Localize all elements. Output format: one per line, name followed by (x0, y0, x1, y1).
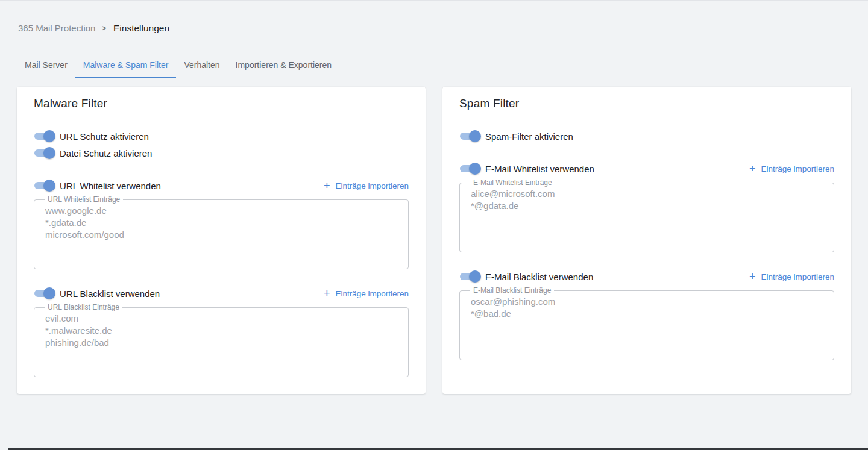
spam-filter-toggle[interactable] (459, 130, 481, 142)
url-whitelist-section: URL Whitelist verwenden + Einträge impor… (34, 177, 409, 269)
tab-malware-spam-filter[interactable]: Malware & Spam Filter (75, 54, 177, 78)
url-blacklist-toggle[interactable] (34, 287, 55, 299)
chevron-right-icon: > (102, 23, 106, 34)
malware-card-title: Malware Filter (34, 97, 409, 110)
toggle-thumb (43, 147, 55, 159)
settings-content: Malware Filter URL Schutz aktivieren Dat… (0, 87, 868, 394)
spam-card-header: Spam Filter (442, 87, 851, 120)
file-protection-label: Datei Schutz aktivieren (60, 148, 152, 158)
url-protection-row: URL Schutz aktivieren (34, 128, 409, 145)
plus-icon: + (749, 164, 756, 173)
malware-card-header: Malware Filter (17, 87, 426, 120)
spam-filter-label: Spam-Filter aktivieren (485, 131, 573, 142)
url-blacklist-label: URL Blacklist verwenden (60, 289, 160, 299)
tab-verhalten[interactable]: Verhalten (176, 54, 227, 78)
plus-icon: + (749, 272, 756, 281)
url-blacklist-head: URL Blacklist verwenden + Einträge impor… (34, 285, 409, 302)
url-whitelist-import-link[interactable]: + Einträge importieren (324, 181, 409, 190)
spam-card-body: Spam-Filter aktivieren E-Mail Whitelist … (442, 120, 851, 377)
toggle-thumb (43, 180, 55, 192)
email-blacklist-label: E-Mail Blacklist verwenden (485, 272, 593, 282)
import-link-label: Einträge importieren (335, 289, 409, 298)
tab-mail-server[interactable]: Mail Server (17, 54, 75, 78)
url-blacklist-toggle-group: URL Blacklist verwenden (34, 287, 160, 299)
url-whitelist-field-label: URL Whitelist Einträge (45, 195, 123, 204)
import-link-label: Einträge importieren (761, 272, 834, 281)
email-blacklist-field-label: E-Mail Blacklist Einträge (470, 286, 554, 295)
import-link-label: Einträge importieren (761, 164, 834, 173)
toggle-thumb (469, 163, 481, 175)
tab-bar: Mail Server Malware & Spam Filter Verhal… (17, 54, 868, 78)
email-blacklist-toggle[interactable] (459, 270, 481, 283)
url-whitelist-entries-field: URL Whitelist Einträge www.google.de *.g… (34, 195, 409, 269)
email-whitelist-section: E-Mail Whitelist verwenden + Einträge im… (459, 160, 834, 252)
malware-card-body: URL Schutz aktivieren Datei Schutz aktiv… (17, 120, 426, 394)
malware-filter-card: Malware Filter URL Schutz aktivieren Dat… (17, 87, 426, 394)
email-whitelist-head: E-Mail Whitelist verwenden + Einträge im… (459, 160, 834, 177)
email-whitelist-entries-field: E-Mail Whitelist Einträge alice@microsof… (459, 178, 834, 252)
email-blacklist-entries-textarea[interactable]: oscar@phishing.com *@bad.de (467, 296, 826, 354)
top-border (0, 0, 868, 1)
email-whitelist-import-link[interactable]: + Einträge importieren (749, 164, 834, 173)
url-blacklist-entries-field: URL Blacklist Einträge evil.com *.malwar… (34, 303, 409, 377)
toggle-thumb (43, 130, 55, 142)
email-blacklist-section: E-Mail Blacklist verwenden + Einträge im… (459, 268, 834, 360)
email-blacklist-toggle-group: E-Mail Blacklist verwenden (459, 270, 593, 283)
email-whitelist-label: E-Mail Whitelist verwenden (485, 164, 594, 174)
spam-card-title: Spam Filter (459, 97, 834, 110)
url-protection-toggle[interactable] (34, 130, 55, 142)
file-protection-toggle[interactable] (34, 147, 55, 159)
spam-filter-card: Spam Filter Spam-Filter aktivieren (442, 87, 851, 394)
spam-filter-row: Spam-Filter aktivieren (459, 128, 834, 145)
url-blacklist-section: URL Blacklist verwenden + Einträge impor… (34, 285, 409, 377)
toggle-thumb (43, 287, 55, 299)
email-whitelist-toggle[interactable] (459, 163, 481, 175)
toggle-thumb (469, 130, 481, 142)
url-whitelist-entries-textarea[interactable]: www.google.de *.gdata.de microsoft.com/g… (42, 205, 401, 263)
email-whitelist-entries-textarea[interactable]: alice@microsoft.com *@gdata.de (467, 188, 826, 246)
tab-importieren-exportieren[interactable]: Importieren & Exportieren (228, 54, 340, 78)
breadcrumb-current: Einstellungen (113, 23, 169, 34)
url-blacklist-entries-textarea[interactable]: evil.com *.malwaresite.de phishing.de/ba… (42, 313, 401, 370)
import-link-label: Einträge importieren (335, 181, 409, 190)
url-whitelist-label: URL Whitelist verwenden (60, 181, 161, 191)
email-blacklist-import-link[interactable]: + Einträge importieren (749, 272, 834, 281)
toggle-thumb (469, 270, 481, 283)
plus-icon: + (324, 289, 330, 298)
url-blacklist-import-link[interactable]: + Einträge importieren (324, 289, 409, 298)
url-whitelist-head: URL Whitelist verwenden + Einträge impor… (34, 177, 409, 194)
plus-icon: + (324, 181, 330, 190)
breadcrumb-parent-link[interactable]: 365 Mail Protection (18, 23, 95, 34)
url-whitelist-toggle[interactable] (34, 180, 55, 192)
email-whitelist-toggle-group: E-Mail Whitelist verwenden (459, 163, 594, 175)
url-protection-label: URL Schutz aktivieren (60, 131, 149, 142)
email-blacklist-head: E-Mail Blacklist verwenden + Einträge im… (459, 268, 834, 285)
url-blacklist-field-label: URL Blacklist Einträge (45, 303, 122, 311)
file-protection-row: Datei Schutz aktivieren (34, 145, 409, 161)
url-whitelist-toggle-group: URL Whitelist verwenden (34, 180, 161, 192)
email-blacklist-entries-field: E-Mail Blacklist Einträge oscar@phishing… (459, 286, 834, 360)
breadcrumb: 365 Mail Protection > Einstellungen (0, 0, 868, 34)
email-whitelist-field-label: E-Mail Whitelist Einträge (470, 178, 555, 187)
